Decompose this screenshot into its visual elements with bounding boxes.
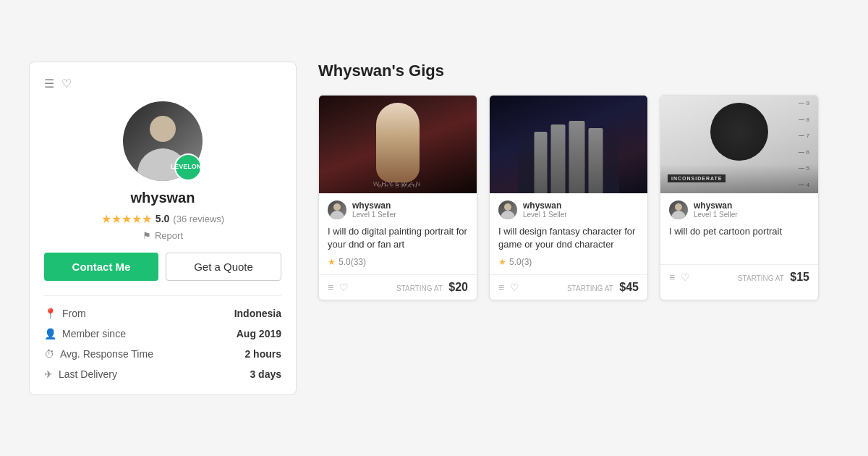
from-value: Indonesia: [234, 308, 281, 319]
char-group: [535, 121, 603, 193]
char-2: [551, 124, 566, 193]
ruler-lines: 9 8 7 6 5 4: [799, 96, 809, 193]
seller-info-2: whyswan Level 1 Seller: [523, 200, 567, 219]
gig-footer-icons-1: ≡ ♡: [328, 282, 349, 293]
get-quote-button[interactable]: Get a Quote: [166, 253, 281, 281]
heart-icon-2[interactable]: ♡: [510, 282, 519, 293]
starting-at-label-1: STARTING AT: [396, 284, 443, 292]
ruler-4: 4: [799, 182, 809, 188]
gig-seller-row-1: whyswan Level 1 Seller: [328, 200, 468, 219]
avatar-container: LEVEL ONE: [44, 101, 281, 181]
profile-card: ☰ ♡ LEVEL ONE whyswan ★★★★★ 5.0 (36 revi…: [29, 62, 297, 395]
paper-plane-icon: ✈: [44, 368, 53, 380]
info-list: 📍 From Indonesia 👤 Member since Aug 2019…: [44, 308, 281, 380]
ruler-7: 7: [799, 132, 809, 139]
gig-footer-2: ≡ ♡ STARTING AT $45: [490, 274, 647, 300]
starting-at-label-3: STARTING AT: [738, 274, 784, 282]
heart-icon[interactable]: ♡: [61, 77, 72, 90]
gig-title-3: I will do pet cartoon portrait: [669, 225, 809, 251]
gig-watermark-1: WHYSWAN: [319, 182, 477, 189]
flag-icon: ⚑: [142, 230, 151, 241]
clock-icon: ⏱: [44, 348, 54, 360]
gig-footer-3: ≡ ♡ STARTING AT $15: [660, 264, 818, 290]
gig-star-1: ★: [328, 257, 336, 267]
seller-info-3: whyswan Level 1 Seller: [694, 200, 738, 219]
starting-at-label-2: STARTING AT: [567, 284, 613, 292]
info-from: 📍 From Indonesia: [44, 308, 281, 319]
char-3: [569, 121, 585, 193]
gig-star-2: ★: [498, 257, 506, 267]
buttons-row: Contact Me Get a Quote: [44, 253, 281, 281]
gig-title-1: I will do digital painting portrait for …: [328, 225, 468, 251]
seller-level-3: Level 1 Seller: [694, 211, 738, 219]
page-container: ☰ ♡ LEVEL ONE whyswan ★★★★★ 5.0 (36 revi…: [0, 40, 868, 417]
gig-footer-icons-3: ≡ ♡: [669, 271, 690, 283]
info-response-time: ⏱ Avg. Response Time 2 hours: [44, 348, 281, 360]
gig-image-2: [490, 96, 647, 193]
info-member-since: 👤 Member since Aug 2019: [44, 328, 281, 339]
member-since-label: 👤 Member since: [44, 328, 126, 339]
gig-card-3[interactable]: 9 8 7 6 5 4 INCONSIDERATE whyswan Le: [660, 95, 819, 300]
rating-score: 5.0: [156, 213, 169, 224]
seller-avatar-2: [498, 200, 517, 219]
response-time-value: 2 hours: [244, 348, 281, 360]
ruler-9: 9: [799, 100, 809, 106]
profile-card-top-icons: ☰ ♡: [44, 77, 281, 90]
gig-seller-row-3: whyswan Level 1 Seller: [669, 200, 809, 219]
gigs-title: Whyswan's Gigs: [318, 62, 839, 80]
gig-body-2: whyswan Level 1 Seller I will design fan…: [490, 193, 647, 267]
divider: [44, 295, 281, 296]
list-icon-1[interactable]: ≡: [328, 282, 333, 293]
rating-row: ★★★★★ 5.0 (36 reviews): [44, 212, 281, 226]
seller-info-1: whyswan Level 1 Seller: [352, 200, 396, 219]
gig-price-1: $20: [448, 281, 468, 293]
gig-footer-1: ≡ ♡ STARTING AT $20: [319, 274, 477, 300]
member-since-value: Aug 2019: [237, 328, 281, 339]
person-icon: 👤: [44, 328, 56, 339]
gig-price-container-2: STARTING AT $45: [567, 281, 639, 294]
seller-level-1: Level 1 Seller: [352, 211, 396, 219]
seller-name-3: whyswan: [694, 200, 738, 211]
last-delivery-value: 3 days: [250, 368, 281, 380]
char-4: [589, 128, 603, 193]
rating-reviews: (36 reviews): [173, 214, 224, 224]
heart-icon-1[interactable]: ♡: [339, 282, 349, 293]
list-icon-3[interactable]: ≡: [669, 271, 675, 283]
gigs-section: Whyswan's Gigs WHYSWAN whyswan Level 1 S…: [318, 62, 839, 300]
ruler-8: 8: [799, 117, 809, 123]
gig-seller-row-2: whyswan Level 1 Seller: [498, 200, 639, 219]
location-icon: 📍: [44, 308, 56, 319]
seller-name-1: whyswan: [352, 200, 396, 211]
gig-price-2: $45: [619, 281, 639, 293]
gig-title-2: I will design fantasy character for game…: [498, 225, 639, 251]
list-icon-2[interactable]: ≡: [498, 282, 504, 293]
star-icons: ★★★★★: [101, 212, 152, 226]
gigs-grid: WHYSWAN whyswan Level 1 Seller I will do…: [318, 95, 839, 300]
gig-price-container-1: STARTING AT $20: [396, 281, 468, 294]
report-label: Report: [155, 230, 183, 241]
ruler-6: 6: [799, 149, 809, 156]
username: whyswan: [44, 190, 281, 206]
gig-body-1: whyswan Level 1 Seller I will do digital…: [319, 193, 477, 267]
heart-icon-3[interactable]: ♡: [681, 271, 690, 283]
gig-image-1: WHYSWAN: [319, 96, 477, 193]
seller-avatar-3: [669, 200, 688, 219]
gig-body-3: whyswan Level 1 Seller I will do pet car…: [660, 193, 818, 257]
contact-button[interactable]: Contact Me: [44, 253, 158, 281]
ruler-5: 5: [799, 165, 809, 172]
gig-card-1[interactable]: WHYSWAN whyswan Level 1 Seller I will do…: [318, 95, 477, 300]
last-delivery-label: ✈ Last Delivery: [44, 368, 117, 380]
gig-score-1: 5.0(33): [339, 257, 366, 267]
gig-price-3: $15: [790, 271, 809, 283]
gig-footer-icons-2: ≡ ♡: [498, 282, 519, 293]
report-row: ⚑ Report: [44, 230, 281, 241]
hamburger-icon[interactable]: ☰: [44, 77, 54, 90]
response-time-label: ⏱ Avg. Response Time: [44, 348, 153, 360]
seller-level-2: Level 1 Seller: [523, 211, 567, 219]
gig-rating-2: ★ 5.0(3): [498, 257, 639, 267]
gig-image-3: 9 8 7 6 5 4 INCONSIDERATE: [660, 96, 818, 193]
inconsiderate-tag: INCONSIDERATE: [668, 174, 726, 182]
seller-name-2: whyswan: [523, 200, 567, 211]
gig-card-2[interactable]: whyswan Level 1 Seller I will design fan…: [489, 95, 648, 300]
char-1: [535, 132, 548, 193]
